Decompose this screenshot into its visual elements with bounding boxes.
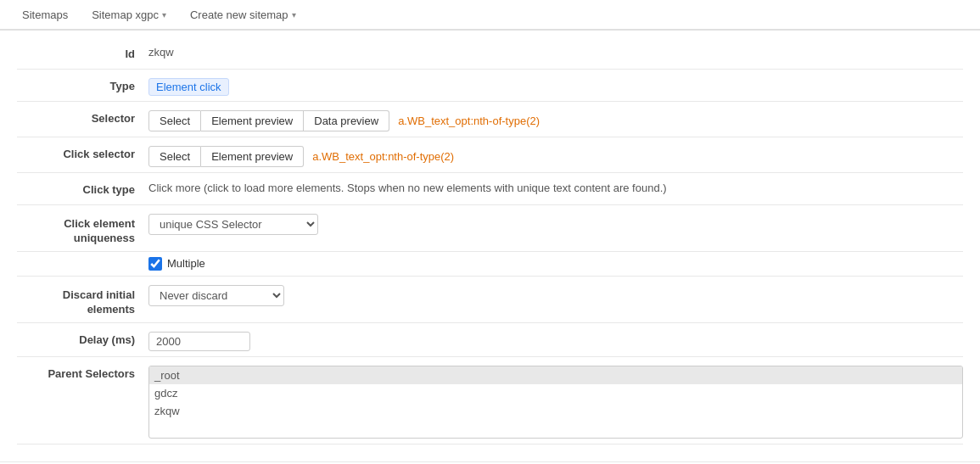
- id-row: Id zkqw: [17, 37, 963, 70]
- discard-row: Discard initial elements Never discard: [17, 277, 963, 323]
- parent-selectors-list[interactable]: _rootgdczzkqw: [148, 366, 963, 439]
- click-selector-css-value: a.WB_text_opt:nth-of-type(2): [312, 150, 454, 163]
- selector-css-value: a.WB_text_opt:nth-of-type(2): [398, 115, 540, 127]
- parent-selectors-label: Parent Selectors: [17, 362, 148, 382]
- click-type-label: Click type: [17, 178, 148, 198]
- click-uniqueness-value-area: unique CSS Selector: [148, 210, 963, 235]
- delay-input[interactable]: [148, 332, 250, 351]
- type-row: Type Element click: [17, 70, 963, 102]
- parent-selector-option[interactable]: _root: [149, 366, 962, 384]
- navbar-sitemap-xgpc-label: Sitemap xgpc: [92, 8, 159, 21]
- click-selector-element-preview-button[interactable]: Element preview: [201, 146, 304, 167]
- delay-label: Delay (ms): [17, 328, 148, 348]
- click-selector-label: Click selector: [17, 143, 148, 162]
- click-type-value-area: Click more (click to load more elements.…: [148, 178, 963, 194]
- multiple-label: Multiple: [167, 257, 205, 270]
- discard-value-area: Never discard: [148, 282, 963, 306]
- click-type-text: Click more (click to load more elements.…: [148, 179, 667, 197]
- click-uniqueness-row: Click element uniqueness unique CSS Sele…: [17, 205, 963, 252]
- multiple-checkbox[interactable]: [148, 257, 162, 271]
- parent-selectors-value-area: _rootgdczzkqw: [148, 362, 963, 439]
- discard-select[interactable]: Never discard: [148, 285, 284, 306]
- type-label: Type: [17, 75, 148, 94]
- navbar-item-create-sitemap[interactable]: Create new sitemap ▾: [178, 1, 308, 30]
- click-type-row: Click type Click more (click to load mor…: [17, 173, 963, 205]
- navbar: Sitemaps Sitemap xgpc ▾ Create new sitem…: [0, 0, 980, 31]
- delay-value-area: [148, 328, 963, 351]
- navbar-create-sitemap-label: Create new sitemap: [190, 8, 288, 21]
- navbar-item-sitemaps[interactable]: Sitemaps: [10, 1, 80, 30]
- parent-selectors-row: Parent Selectors _rootgdczzkqw: [17, 357, 963, 444]
- navbar-item-sitemap-xgpc[interactable]: Sitemap xgpc ▾: [80, 1, 178, 30]
- click-selector-buttons: Select Element preview a.WB_text_opt:nth…: [148, 146, 963, 167]
- click-selector-row: Click selector Select Element preview a.…: [17, 137, 963, 173]
- chevron-down-icon: ▾: [292, 10, 296, 20]
- selector-element-preview-button[interactable]: Element preview: [201, 110, 304, 131]
- id-text: zkqw: [148, 43, 174, 61]
- type-value: Element click: [148, 75, 963, 96]
- delay-row: Delay (ms): [17, 323, 963, 357]
- selector-value-area: Select Element preview Data preview a.WB…: [148, 107, 963, 131]
- selector-select-button[interactable]: Select: [148, 110, 201, 131]
- selector-label: Selector: [17, 107, 148, 126]
- selector-row: Selector Select Element preview Data pre…: [17, 102, 963, 137]
- id-label: Id: [17, 42, 148, 62]
- type-badge: Element click: [148, 78, 229, 96]
- discard-label: Discard initial elements: [17, 282, 148, 317]
- click-selector-select-button[interactable]: Select: [148, 146, 201, 167]
- selector-buttons: Select Element preview Data preview a.WB…: [148, 110, 963, 131]
- selector-data-preview-button[interactable]: Data preview: [304, 110, 389, 131]
- footer: Save selector Cancel https://blog.csdn.n…: [0, 461, 980, 464]
- parent-selector-option[interactable]: zkqw: [149, 402, 962, 420]
- click-selector-value-area: Select Element preview a.WB_text_opt:nth…: [148, 143, 963, 167]
- click-uniqueness-label: Click element uniqueness: [17, 210, 148, 246]
- navbar-sitemaps-label: Sitemaps: [22, 8, 68, 21]
- uniqueness-select[interactable]: unique CSS Selector: [148, 214, 318, 235]
- multiple-row: Multiple: [17, 252, 963, 277]
- parent-selector-option[interactable]: gdcz: [149, 384, 962, 402]
- form-content: Id zkqw Type Element click Selector Sele…: [0, 31, 980, 461]
- chevron-down-icon: ▾: [162, 10, 166, 20]
- id-value: zkqw: [148, 42, 963, 59]
